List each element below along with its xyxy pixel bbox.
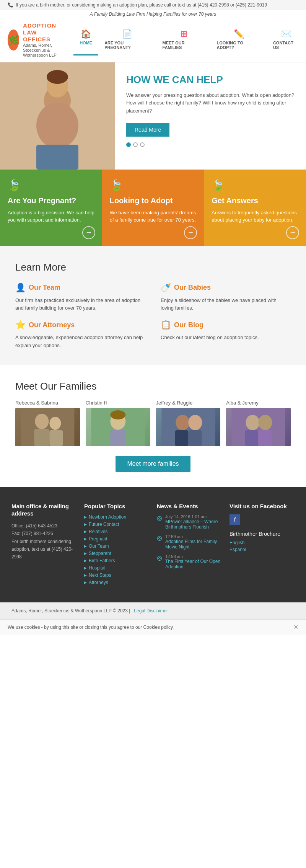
svg-point-16	[176, 415, 189, 430]
learn-item-team: 👤 Our Team Our firm has practiced exclus…	[15, 283, 145, 313]
news-time-2: 12:59 am	[165, 534, 222, 539]
contact-icon: ✉️	[281, 29, 291, 39]
pregnant-icon: 📄	[122, 29, 132, 39]
nav-families[interactable]: ⊞ MEET OUR FAMILIES	[156, 24, 211, 55]
learn-attorneys-title[interactable]: Our Attorneys	[29, 321, 75, 329]
card-adopt-arrow[interactable]: →	[184, 226, 197, 239]
topic-relatives[interactable]: Relatives	[84, 529, 149, 534]
family-item-3: Jeffrey & Reggie	[156, 400, 221, 446]
babies-icon: 🍼	[161, 283, 171, 293]
carousel-dots	[126, 142, 295, 147]
family-name-3: Jeffrey & Reggie	[156, 400, 221, 406]
learn-attorneys-text: A knowledgeable, experienced adoption at…	[15, 334, 145, 350]
hero-image	[0, 62, 115, 170]
hero-content: HOW WE CAN HELP We answer your pressing …	[115, 62, 306, 170]
card-pregnant-title: Are You Pregnant?	[8, 196, 94, 205]
news-link-3[interactable]: The First Year of Our Open Adoption	[165, 559, 222, 569]
nav-pregnant[interactable]: 📄 ARE YOU PREGNANT?	[98, 24, 156, 55]
family-item-1: Rebecca & Sabrina	[15, 400, 80, 446]
leaf-icon-2: 🍃	[110, 179, 197, 192]
brochure-espanol[interactable]: Español	[230, 547, 295, 552]
photo-placeholder-3	[156, 408, 221, 446]
topic-stepparent[interactable]: Stepparent	[84, 551, 149, 556]
team-icon: 👤	[15, 283, 26, 293]
footer-address: Main office & mailing address Office: (4…	[11, 503, 76, 587]
footer-social-title: Visit us on Facebook	[230, 503, 295, 510]
svg-point-13	[110, 410, 125, 419]
bottom-footer: Adams, Romer, Stoeckenius & Wotherspoon …	[0, 602, 306, 619]
birth-text: For birth mothers considering adoption, …	[11, 539, 73, 560]
news-link-1[interactable]: MPower Alliance – Where Birthmothers Flo…	[165, 519, 222, 530]
card-adopt[interactable]: 🍃 Looking to Adopt We have been making p…	[102, 170, 204, 246]
family-grid: Rebecca & Sabrina Christin H	[15, 400, 291, 446]
logo-icon: 🌿	[8, 29, 19, 51]
card-adopt-text: We have been making parents' dreams of a…	[110, 209, 197, 224]
nav-adopt[interactable]: ✏️ LOOKING TO ADOPT?	[211, 24, 267, 55]
topic-birthfathers[interactable]: Birth Fathers	[84, 558, 149, 563]
card-pregnant-text: Adoption is a big decision. We can help …	[8, 209, 94, 224]
learn-more-title: Learn More	[15, 261, 291, 273]
office-phone: Office: (415) 643-4523	[11, 523, 57, 529]
read-more-button[interactable]: Read More	[126, 123, 169, 137]
family-name-4: Alba & Jeremy	[226, 400, 291, 406]
legal-disclaimer-link[interactable]: Legal Disclaimer	[134, 608, 168, 613]
brochure-english[interactable]: English	[230, 540, 295, 545]
svg-point-17	[188, 415, 202, 430]
facebook-icon[interactable]: f	[230, 514, 240, 525]
card-answers-title: Get Answers	[212, 196, 298, 205]
family-item-4: Alba & Jeremy	[226, 400, 291, 446]
topic-pregnant[interactable]: Pregnant	[84, 536, 149, 542]
news-icon-1: ◎	[157, 514, 162, 530]
learn-team-title[interactable]: Our Team	[29, 284, 60, 292]
nav-home-label: HOME	[80, 41, 92, 45]
dot-3[interactable]	[140, 142, 145, 147]
families-title: Meet Our Families	[15, 380, 291, 392]
news-time-3: 12:58 am	[165, 554, 222, 559]
topic-attorneys[interactable]: Attorneys	[84, 580, 149, 585]
topic-ourteam[interactable]: Our Team	[84, 543, 149, 549]
news-icon-3: ◎	[157, 554, 162, 569]
tagline: A Family Building Law Firm Helping Famil…	[0, 10, 306, 18]
logo-title: ADOPTION LAW OFFICES	[23, 22, 66, 43]
svg-point-7	[35, 414, 49, 429]
card-answers[interactable]: 🍃 Get Answers Answers to frequently aske…	[204, 170, 306, 246]
svg-point-4	[47, 70, 68, 84]
learn-babies-title[interactable]: Our Babies	[174, 284, 211, 292]
topic-newborn[interactable]: Newborn Adoption	[84, 514, 149, 520]
leaf-icon-1: 🍃	[8, 179, 94, 192]
cookie-close-button[interactable]: ✕	[293, 623, 298, 631]
svg-rect-24	[259, 430, 272, 446]
dot-2[interactable]	[133, 142, 138, 147]
family-item-2: Christin H	[86, 400, 150, 446]
learn-team-text: Our firm has practiced exclusively in th…	[15, 297, 145, 313]
attorneys-icon: ⭐	[15, 320, 26, 330]
card-answers-arrow[interactable]: →	[286, 226, 299, 239]
footer-news: News & Events ◎ July 14, 2016 1:01 am MP…	[157, 503, 222, 587]
logo-text-area: ADOPTION LAW OFFICES Adams, Romer, Stoec…	[23, 22, 66, 58]
families-section: Meet Our Families Rebecca & Sabrina Chri…	[0, 365, 306, 487]
news-link-2[interactable]: Adoption Films for Family Movie Night	[165, 539, 222, 550]
nav-contact[interactable]: ✉️ CONTACT US	[267, 24, 306, 55]
svg-rect-23	[245, 430, 259, 446]
cards-row: 🍃 Are You Pregnant? Adoption is a big de…	[0, 170, 306, 246]
card-pregnant[interactable]: 🍃 Are You Pregnant? Adoption is a big de…	[0, 170, 102, 246]
news-item-3: ◎ 12:58 am The First Year of Our Open Ad…	[157, 554, 222, 569]
learn-blog-text: Check out our latest blog on adoption to…	[161, 334, 291, 342]
meet-families-button[interactable]: Meet more families	[116, 456, 190, 472]
card-pregnant-arrow[interactable]: →	[82, 226, 95, 239]
nav-home[interactable]: 🏠 HOME	[73, 24, 98, 55]
topic-nextsteps[interactable]: Next Steps	[84, 573, 149, 578]
cookie-text: We use cookies - by using this site or c…	[8, 625, 174, 630]
dot-1[interactable]	[126, 142, 131, 147]
svg-rect-18	[175, 430, 188, 446]
family-photo-4	[226, 408, 291, 446]
top-bar: 📞 If you are a birth mother, or consider…	[0, 0, 306, 10]
tagline-text: A Family Building Law Firm Helping Famil…	[90, 11, 216, 17]
topic-hospital[interactable]: Hospital	[84, 565, 149, 571]
families-icon: ⊞	[180, 29, 187, 39]
topic-future[interactable]: Future Contact	[84, 522, 149, 527]
learn-blog-title[interactable]: Our Blog	[174, 321, 203, 329]
photo-placeholder-2	[86, 408, 150, 446]
news-icon-2: ◎	[157, 534, 162, 550]
learn-blog-header: 📋 Our Blog	[161, 320, 291, 330]
